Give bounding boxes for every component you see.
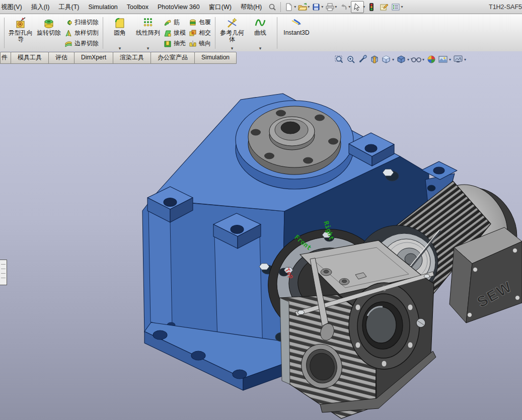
menu-insert[interactable]: 插入(I) bbox=[27, 1, 54, 14]
mirror-button[interactable]: 镜向 bbox=[189, 39, 211, 48]
zoom-to-area-icon[interactable] bbox=[346, 54, 357, 64]
reference-geometry-label: 参考几何体 bbox=[218, 30, 246, 43]
section-view-icon[interactable] bbox=[369, 54, 380, 64]
graphics-viewport[interactable]: ▾ ▾ ▾ ▾ ▾ bbox=[0, 51, 522, 420]
intersect-button[interactable]: 相交 bbox=[189, 28, 211, 38]
wrap-icon bbox=[189, 19, 197, 27]
menu-view[interactable]: 视图(V) bbox=[0, 1, 27, 14]
view-settings-icon[interactable] bbox=[453, 54, 464, 64]
menu-simulation[interactable]: Simulation bbox=[84, 1, 122, 14]
fillet-dropdown-arrow[interactable]: ▾ bbox=[119, 46, 121, 51]
hide-show-dropdown-arrow[interactable]: ▾ bbox=[422, 57, 424, 62]
edit-appearance-icon[interactable] bbox=[426, 54, 437, 64]
new-document-button[interactable] bbox=[283, 2, 295, 13]
swept-cut-label: 扫描切除 bbox=[74, 18, 99, 27]
revolved-cut-icon bbox=[42, 16, 55, 30]
open-dropdown-arrow[interactable]: ▾ bbox=[308, 5, 310, 9]
curves-dropdown-arrow[interactable]: ▾ bbox=[259, 46, 262, 51]
hole-wizard-button[interactable]: 异型孔向导 bbox=[7, 15, 35, 51]
shell-label: 抽壳 bbox=[174, 39, 186, 48]
menu-window[interactable]: 窗口(W) bbox=[204, 1, 236, 14]
file-properties-button[interactable] bbox=[378, 2, 390, 13]
hole-wizard-label: 异型孔向导 bbox=[7, 30, 34, 43]
swept-cut-icon bbox=[64, 19, 72, 27]
rib-icon bbox=[164, 19, 172, 27]
toolbar-separator bbox=[280, 2, 281, 12]
save-button[interactable] bbox=[310, 2, 322, 13]
view-orientation-icon[interactable] bbox=[381, 54, 392, 64]
wrap-button[interactable]: 包覆 bbox=[189, 18, 211, 27]
print-dropdown-arrow[interactable]: ▾ bbox=[335, 5, 337, 9]
save-dropdown-arrow[interactable]: ▾ bbox=[321, 5, 323, 9]
tab-evaluate[interactable]: 评估 bbox=[48, 52, 74, 64]
undo-button[interactable] bbox=[337, 2, 349, 13]
lofted-cut-icon bbox=[64, 29, 72, 37]
menu-bar: 视图(V) 插入(I) 工具(T) Simulation Toolbox Pho… bbox=[0, 0, 522, 14]
command-manager-toolbar: 异型孔向导 旋转切除 扫描切除 放样切割 边界切除 圆角 ▾ 线 bbox=[0, 14, 522, 52]
instant3d-icon bbox=[290, 16, 303, 30]
menu-help[interactable]: 帮助(H) bbox=[236, 1, 266, 14]
linear-pattern-button[interactable]: 线性阵列 ▾ bbox=[134, 15, 162, 51]
shell-icon bbox=[164, 40, 172, 48]
print-button[interactable] bbox=[324, 2, 336, 13]
intersect-label: 相交 bbox=[199, 29, 211, 37]
reference-geometry-dropdown-arrow[interactable]: ▾ bbox=[231, 46, 234, 51]
gearmotor-assembly-model[interactable]: Top SEW bbox=[0, 51, 522, 420]
heads-up-view-toolbar: ▾ ▾ ▾ ▾ ▾ bbox=[334, 54, 467, 64]
hide-show-items-icon[interactable] bbox=[411, 54, 422, 64]
rebuild-traffic-light-button[interactable] bbox=[365, 2, 378, 13]
select-dropdown-arrow[interactable]: ▾ bbox=[363, 5, 365, 9]
swept-cut-button[interactable]: 扫描切除 bbox=[64, 18, 99, 27]
revolved-cut-button[interactable]: 旋转切除 bbox=[35, 15, 63, 51]
tab-simulation[interactable]: Simulation bbox=[194, 52, 237, 64]
new-dropdown-arrow[interactable]: ▾ bbox=[294, 5, 296, 9]
options-dropdown-arrow[interactable]: ▾ bbox=[401, 5, 403, 9]
center-bore bbox=[281, 122, 300, 134]
select-cursor-button[interactable] bbox=[351, 1, 364, 13]
linear-pattern-dropdown-arrow[interactable]: ▾ bbox=[147, 46, 150, 51]
curves-label: 曲线 bbox=[254, 30, 266, 36]
draft-label: 拔模 bbox=[174, 29, 186, 37]
options-list-button[interactable] bbox=[390, 2, 402, 13]
boundary-cut-button[interactable]: 边界切除 bbox=[64, 39, 99, 48]
tab-weldments[interactable]: 件 bbox=[0, 52, 11, 64]
open-button[interactable] bbox=[296, 2, 309, 13]
apply-scene-dropdown-arrow[interactable]: ▾ bbox=[449, 57, 451, 62]
instant3d-button[interactable]: Instant3D bbox=[280, 15, 313, 51]
view-settings-dropdown-arrow[interactable]: ▾ bbox=[464, 57, 466, 62]
lofted-cut-label: 放样切割 bbox=[74, 29, 99, 37]
fillet-button[interactable]: 圆角 ▾ bbox=[106, 15, 134, 51]
tab-dimxpert[interactable]: DimXpert bbox=[74, 52, 113, 64]
wrap-intersect-mirror-column: 包覆 相交 镜向 bbox=[187, 15, 212, 51]
reference-geometry-icon bbox=[226, 16, 239, 30]
toolbar-separator bbox=[277, 17, 277, 49]
curves-button[interactable]: 曲线 ▾ bbox=[246, 15, 274, 51]
revolved-cut-label: 旋转切除 bbox=[37, 30, 61, 36]
top-output-flange[interactable] bbox=[248, 106, 341, 175]
shell-button[interactable]: 抽壳 bbox=[164, 39, 186, 48]
mirror-label: 镜向 bbox=[199, 39, 211, 48]
curves-icon bbox=[254, 16, 267, 30]
menu-toolbox[interactable]: Toolbox bbox=[122, 1, 153, 14]
rib-button[interactable]: 筋 bbox=[164, 18, 186, 27]
tab-office-products[interactable]: 办公室产品 bbox=[151, 52, 195, 64]
tab-render-tools[interactable]: 渲染工具 bbox=[113, 52, 151, 64]
intersect-icon bbox=[189, 29, 197, 37]
display-style-dropdown-arrow[interactable]: ▾ bbox=[407, 57, 409, 62]
zoom-to-fit-icon[interactable] bbox=[334, 54, 345, 64]
search-icon[interactable] bbox=[266, 2, 278, 13]
menu-tools[interactable]: 工具(T) bbox=[54, 1, 84, 14]
boundary-cut-icon bbox=[64, 40, 72, 48]
menu-photoview360[interactable]: PhotoView 360 bbox=[153, 1, 204, 14]
hole-wizard-icon bbox=[14, 16, 27, 30]
tab-mold-tools[interactable]: 模具工具 bbox=[11, 52, 49, 64]
display-style-icon[interactable] bbox=[396, 54, 407, 64]
apply-scene-icon[interactable] bbox=[437, 54, 449, 64]
undo-dropdown-arrow: ▾ bbox=[348, 5, 350, 9]
lofted-cut-button[interactable]: 放样切割 bbox=[64, 28, 99, 38]
draft-button[interactable]: 拔模 bbox=[164, 28, 186, 38]
view-orientation-dropdown-arrow[interactable]: ▾ bbox=[392, 57, 394, 62]
toolbar-separator bbox=[215, 17, 215, 49]
reference-geometry-button[interactable]: 参考几何体 ▾ bbox=[218, 15, 246, 51]
previous-view-icon[interactable] bbox=[357, 54, 368, 64]
